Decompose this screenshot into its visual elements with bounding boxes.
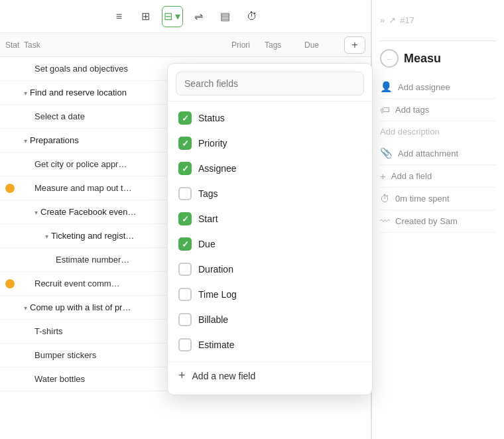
field-checkbox[interactable] [178, 263, 192, 276]
status-circle[interactable]: – [380, 49, 399, 68]
back-icon[interactable]: ↗ [389, 15, 396, 25]
list-icon[interactable]: ≡ [109, 6, 130, 27]
attachment-icon: 📎 [380, 147, 393, 159]
table-header: Stat Task Priori Tags Due + [0, 33, 371, 57]
search-container [168, 64, 372, 101]
attachment-label: Add attachment [398, 149, 458, 158]
attachment-field[interactable]: 📎 Add attachment [380, 142, 496, 165]
time-label: 0m time spent [395, 194, 450, 204]
field-label: Due [198, 239, 216, 249]
field-item[interactable]: Due [168, 231, 372, 257]
add-column-button[interactable]: + [344, 36, 365, 54]
field-item[interactable]: Status [168, 105, 372, 131]
field-label: Duration [198, 264, 233, 275]
field-label: Time Log [198, 289, 237, 300]
plus-icon: + [178, 369, 186, 383]
field-checkbox[interactable] [178, 288, 192, 301]
tags-field[interactable]: 🏷 Add tags [380, 99, 496, 121]
field-checkbox[interactable] [178, 187, 192, 200]
field-list: StatusPriorityAssigneeTagsStartDueDurati… [168, 101, 372, 361]
field-item[interactable]: Duration [168, 257, 372, 282]
field-label: Assignee [198, 163, 237, 174]
field-checkbox[interactable] [178, 111, 192, 125]
toolbar: ≡ ⊞ ⊟ ▾ ⇌ ▤ ⏱ [0, 0, 371, 33]
panel-header: » ↗ #17 [380, 8, 496, 41]
clock-icon: ⏱ [380, 193, 390, 204]
task-id: #17 [400, 15, 414, 25]
field-picker-dropdown: StatusPriorityAssigneeTagsStartDueDurati… [167, 63, 373, 395]
detail-panel: » ↗ #17 – Measu 👤 Add assignee 🏷 Add tag… [371, 0, 504, 439]
description-field[interactable]: Add description [380, 121, 496, 142]
add-field-button[interactable]: + Add a field [380, 165, 496, 188]
table-icon[interactable]: ▤ [215, 6, 236, 27]
created-label: Created by Sam [395, 216, 458, 226]
field-item[interactable]: Tags [168, 181, 372, 206]
person-icon: 👤 [380, 81, 393, 93]
field-item[interactable]: Start [168, 206, 372, 231]
field-item[interactable]: Time Log [168, 282, 372, 307]
timer-icon[interactable]: ⏱ [241, 6, 263, 27]
col-stat: Stat [5, 40, 24, 50]
plus-field-icon: + [380, 170, 386, 182]
created-field: 〰 Created by Sam [380, 210, 496, 233]
board-icon[interactable]: ⊞ [135, 6, 157, 27]
field-label: Start [198, 214, 218, 224]
add-new-field-button[interactable]: + Add a new field [168, 361, 372, 389]
grid-icon[interactable]: ⊟ ▾ [162, 6, 183, 27]
field-item[interactable]: Priority [168, 131, 372, 156]
field-checkbox[interactable] [178, 338, 192, 351]
tag-icon: 🏷 [380, 104, 390, 115]
col-due: Due [304, 40, 344, 50]
assignee-field[interactable]: 👤 Add assignee [380, 76, 496, 99]
time-field[interactable]: ⏱ 0m time spent [380, 188, 496, 210]
field-checkbox[interactable] [178, 237, 192, 251]
field-checkbox[interactable] [178, 137, 192, 150]
col-tags: Tags [265, 40, 304, 50]
tags-label: Add tags [395, 105, 429, 115]
expand-icon[interactable]: » [380, 15, 385, 25]
search-input[interactable] [176, 72, 364, 95]
add-field-label: Add a new field [192, 371, 256, 381]
activity-icon: 〰 [380, 216, 390, 227]
assignee-label: Add assignee [398, 82, 450, 92]
field-item[interactable]: Estimate [168, 332, 372, 357]
task-title: Measu [404, 52, 441, 66]
col-task: Task [24, 40, 231, 50]
field-label: Estimate [198, 340, 234, 350]
col-priority: Priori [231, 40, 265, 50]
field-label: Priority [198, 138, 227, 149]
filter-icon[interactable]: ⇌ [188, 6, 210, 27]
field-label: Tags [198, 188, 218, 199]
field-checkbox[interactable] [178, 162, 192, 175]
field-item[interactable]: Billable [168, 307, 372, 332]
field-checkbox[interactable] [178, 212, 192, 225]
field-label: Status [198, 113, 225, 123]
field-item[interactable]: Assignee [168, 156, 372, 181]
field-label: Billable [198, 314, 228, 325]
add-field-label: Add a field [391, 171, 432, 181]
field-checkbox[interactable] [178, 313, 192, 326]
